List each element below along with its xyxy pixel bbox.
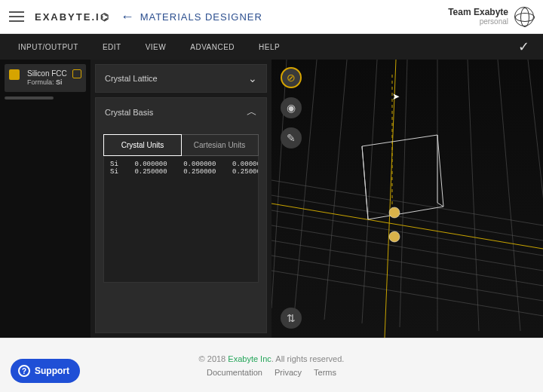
units-tabs: Crystal Units Cartesian Units — [103, 134, 259, 156]
svg-line-0 — [272, 210, 543, 256]
commit-check-icon[interactable]: ✓ — [511, 38, 538, 55]
svg-line-16 — [272, 204, 543, 249]
link-terms[interactable]: Terms — [314, 368, 336, 377]
tab-crystal-units[interactable]: Crystal Units — [103, 134, 182, 156]
svg-line-1 — [272, 195, 543, 240]
menu-advanced[interactable]: ADVANCED — [178, 43, 247, 51]
svg-line-6 — [272, 271, 543, 316]
svg-line-15 — [528, 60, 543, 331]
menu-view[interactable]: VIEW — [133, 43, 179, 51]
eye-icon[interactable]: ◉ — [281, 97, 302, 118]
svg-point-20 — [389, 231, 400, 242]
team-name: Team Exabyte — [448, 8, 508, 17]
svg-point-19 — [389, 207, 400, 218]
lattice-accordion: Crystal Lattice ⌄ — [95, 64, 267, 93]
material-formula: Formula: Si — [27, 78, 80, 87]
footer: © 2018 Exabyte Inc. All rights reserved.… — [0, 338, 543, 392]
back-arrow-icon[interactable]: ← — [121, 9, 134, 25]
menu-input-output[interactable]: INPUT/OUTPUT — [6, 43, 90, 51]
tab-cartesian-units[interactable]: Cartesian Units — [181, 135, 258, 155]
svg-line-17 — [385, 60, 396, 338]
swap-axes-icon[interactable]: ⇅ — [281, 308, 302, 329]
topbar: EXABYTE.I⌬ ← MATERIALS DESIGNER Team Exa… — [0, 0, 543, 34]
pencil-icon[interactable]: ✎ — [281, 127, 302, 149]
chevron-up-icon: ︿ — [247, 106, 257, 119]
support-label: Support — [35, 366, 69, 376]
lattice-header[interactable]: Crystal Lattice ⌄ — [96, 65, 266, 92]
footer-links: Documentation Privacy Terms — [207, 368, 336, 377]
menu-icon[interactable] — [9, 11, 24, 22]
svg-line-10 — [362, 60, 377, 323]
materials-list: Silicon FCC Formula: Si — [0, 60, 90, 338]
material-card[interactable]: Silicon FCC Formula: Si — [5, 64, 86, 92]
team-sub: personal — [448, 17, 508, 26]
link-docs[interactable]: Documentation — [207, 368, 262, 377]
basis-accordion: Crystal Basis ︿ Crystal Units Cartesian … — [95, 97, 267, 333]
app-title: MATERIALS DESIGNER — [140, 11, 262, 23]
lattice-label: Crystal Lattice — [105, 74, 158, 83]
svg-line-14 — [498, 60, 520, 331]
material-type-icon — [9, 69, 20, 80]
svg-line-2 — [272, 180, 543, 225]
svg-line-11 — [400, 60, 407, 327]
chevron-down-icon: ⌄ — [248, 72, 257, 84]
basis-textarea[interactable]: Si 0.000000 0.000000 0.000000 Si 0.25000… — [103, 156, 259, 283]
workarea: Silicon FCC Formula: Si Crystal Lattice … — [0, 60, 543, 338]
svg-line-4 — [272, 240, 543, 286]
svg-line-13 — [468, 60, 479, 331]
editor-panel: Crystal Lattice ⌄ Crystal Basis ︿ Crysta… — [90, 60, 272, 338]
material-delete-icon[interactable] — [72, 69, 81, 78]
3d-viewport[interactable]: ⊘ ◉ ✎ ⇅ — [272, 60, 543, 338]
view-tool-stack: ⊘ ◉ ✎ — [281, 67, 302, 149]
company-link[interactable]: Exabyte Inc — [228, 354, 271, 363]
menu-help[interactable]: HELP — [247, 43, 292, 51]
team-avatar-icon[interactable] — [514, 7, 534, 26]
svg-line-5 — [272, 256, 543, 301]
menubar: INPUT/OUTPUT EDIT VIEW ADVANCED HELP ✓ — [0, 34, 543, 60]
logo[interactable]: EXABYTE.I⌬ — [35, 11, 110, 23]
no-entry-icon[interactable]: ⊘ — [281, 67, 302, 88]
grid-3d — [272, 60, 543, 338]
question-icon: ? — [18, 365, 30, 377]
link-privacy[interactable]: Privacy — [275, 368, 302, 377]
team-label[interactable]: Team Exabyte personal — [448, 8, 508, 26]
basis-label: Crystal Basis — [105, 108, 153, 117]
basis-body: Crystal Units Cartesian Units Si 0.00000… — [96, 127, 266, 325]
menu-edit[interactable]: EDIT — [90, 43, 133, 51]
basis-header[interactable]: Crystal Basis ︿ — [96, 98, 266, 127]
svg-line-3 — [272, 225, 543, 271]
support-button[interactable]: ? Support — [11, 359, 80, 383]
material-scroll[interactable] — [5, 96, 54, 100]
copyright: © 2018 Exabyte Inc. All rights reserved. — [199, 354, 345, 363]
